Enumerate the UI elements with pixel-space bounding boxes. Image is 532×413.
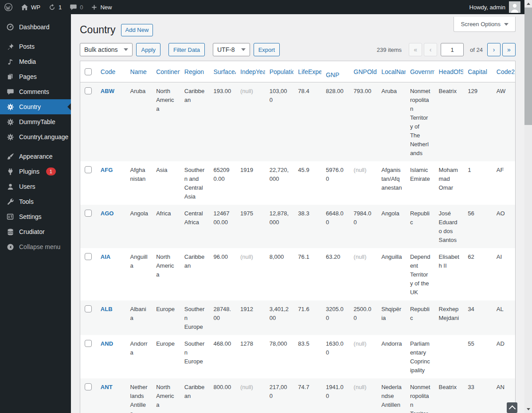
row-checkbox[interactable]: [85, 383, 92, 390]
sidebar-item-collapse-menu[interactable]: Collapse menu: [0, 239, 71, 254]
column-header-gnpold[interactable]: GNPOld: [349, 61, 377, 82]
new-content-label: New: [100, 4, 112, 11]
sidebar-item-plugins[interactable]: Plugins1: [0, 164, 71, 179]
row-edit-link[interactable]: AGO: [101, 210, 114, 217]
new-content-button[interactable]: New: [87, 0, 116, 14]
column-header-population[interactable]: Population: [265, 61, 294, 82]
scrollbar-thumb[interactable]: [524, 8, 532, 125]
dashboard-icon: [6, 23, 15, 31]
row-edit-link[interactable]: AFG: [101, 167, 113, 173]
scroll-to-top-button[interactable]: [507, 402, 517, 413]
row-checkbox[interactable]: [85, 210, 92, 217]
cell-gnp: 63.20: [321, 248, 349, 300]
sidebar-item-settings[interactable]: Settings: [0, 209, 71, 224]
column-header-continent[interactable]: Continent: [152, 61, 180, 82]
column-header-capital[interactable]: Capital: [463, 61, 492, 82]
updates-button[interactable]: 1: [44, 0, 66, 14]
export-button[interactable]: Export: [254, 43, 280, 56]
encoding-select[interactable]: UTF-8: [213, 43, 250, 56]
cell-capital: 55: [463, 335, 492, 378]
prev-page-button[interactable]: ‹: [424, 43, 437, 56]
wordpress-logo-button[interactable]: [0, 0, 17, 14]
scrollbar-up-arrow[interactable]: [524, 0, 532, 8]
select-all-checkbox[interactable]: [85, 68, 92, 75]
sidebar-item-appearance[interactable]: Appearance: [0, 149, 71, 164]
vertical-scrollbar[interactable]: [524, 0, 532, 413]
cell-name: Afghanistan: [126, 161, 152, 205]
add-new-button[interactable]: Add New: [121, 24, 153, 36]
sidebar-item-country[interactable]: Country: [0, 99, 71, 114]
sidebar-item-dashboard[interactable]: Dashboard: [0, 19, 71, 35]
cell-population: 3,401,200: [265, 300, 294, 335]
sidebar-item-pages[interactable]: Pages: [0, 69, 71, 84]
cell-continent: North America: [152, 378, 180, 413]
column-header-region[interactable]: Region: [180, 61, 209, 82]
chevron-down-icon: [124, 48, 128, 51]
cell-surfacearea: 96.00: [209, 248, 236, 300]
scrollbar-down-arrow[interactable]: [524, 405, 532, 413]
cell-capital: 33: [463, 378, 492, 413]
sidebar-item-comments[interactable]: Comments: [0, 84, 71, 99]
row-edit-link[interactable]: ANT: [101, 384, 113, 390]
bulk-actions-select[interactable]: Bulk actions: [80, 43, 133, 56]
cell-gnpold: (null): [349, 161, 377, 205]
sidebar-item-crudiator[interactable]: Crudiator: [0, 224, 71, 239]
column-header-governmentform[interactable]: GovernmentForm: [406, 61, 434, 82]
cell-gnpold: 793.00: [349, 82, 377, 162]
sidebar-item-dummytable[interactable]: DummyTable: [0, 114, 71, 129]
settings-icon: [6, 212, 15, 221]
row-checkbox[interactable]: [85, 166, 92, 173]
cell-code2: AL: [492, 300, 516, 335]
cell-localname: Shqipëria: [377, 300, 406, 335]
sidebar-item-users[interactable]: Users: [0, 179, 71, 194]
column-header-name[interactable]: Name: [126, 61, 152, 82]
row-checkbox[interactable]: [85, 253, 92, 260]
sidebar-item-label: Collapse menu: [19, 243, 60, 250]
column-header-code2[interactable]: Code2: [492, 61, 516, 82]
cell-lifeexpectancy: 78.4: [293, 82, 321, 162]
my-account-button[interactable]: Howdy, admin: [466, 1, 524, 13]
column-header-code[interactable]: Code: [96, 61, 126, 82]
sidebar-item-posts[interactable]: Posts: [0, 39, 71, 54]
row-edit-link[interactable]: AND: [101, 340, 113, 347]
cell-continent: Europe: [152, 300, 180, 335]
cell-name: Aruba: [126, 82, 152, 162]
plugins-icon: [6, 167, 15, 176]
screen-options-button[interactable]: Screen Options: [454, 17, 516, 32]
site-name-button[interactable]: WP: [17, 0, 44, 14]
column-header-indepyear[interactable]: IndepYear: [236, 61, 265, 82]
filter-data-button[interactable]: Filter Data: [168, 43, 205, 56]
next-page-button[interactable]: ›: [487, 43, 501, 56]
row-checkbox[interactable]: [85, 305, 92, 312]
cell-localname: Andorra: [377, 335, 406, 378]
column-header-localname[interactable]: LocalName: [377, 61, 406, 82]
row-checkbox[interactable]: [85, 340, 92, 347]
row-checkbox[interactable]: [85, 87, 92, 94]
sidebar-item-label: Media: [19, 58, 36, 65]
column-header-gnp[interactable]: GNP: [321, 61, 349, 82]
comments-button[interactable]: 0: [66, 0, 87, 14]
sidebar-item-media[interactable]: Media: [0, 54, 71, 69]
apply-button[interactable]: Apply: [136, 43, 160, 56]
comment-icon: [6, 87, 15, 96]
column-header-surfacearea[interactable]: SurfaceArea: [209, 61, 236, 82]
appearance-icon: [6, 152, 15, 161]
row-edit-link[interactable]: ABW: [101, 88, 114, 94]
row-edit-link[interactable]: AIA: [101, 253, 110, 260]
chevron-up-icon: [509, 405, 516, 413]
null-value: (null): [354, 253, 367, 260]
table-row: ABWArubaNorth AmericaCaribbean193.00(nul…: [80, 82, 516, 162]
cell-region: Central Africa: [180, 205, 209, 248]
first-page-button[interactable]: «: [409, 43, 422, 56]
column-header-lifeexpectancy[interactable]: LifeExpectancy: [293, 61, 321, 82]
cell-indepyear: 1278: [236, 335, 265, 378]
cell-capital: 129: [463, 82, 492, 162]
cell-headofstate: Beatrix: [434, 378, 464, 413]
row-edit-link[interactable]: ALB: [101, 306, 113, 312]
column-header-headofstate[interactable]: HeadOfState: [434, 61, 464, 82]
last-page-button[interactable]: »: [502, 43, 516, 56]
current-page-input[interactable]: [441, 43, 464, 56]
sidebar-item-tools[interactable]: Tools: [0, 194, 71, 209]
row-select-cell: [80, 300, 96, 335]
sidebar-item-countrylanguage[interactable]: CountryLanguage: [0, 129, 71, 144]
